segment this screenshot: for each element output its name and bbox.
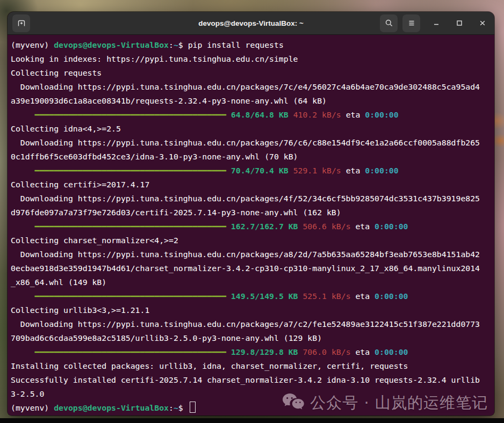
terminal-text-segment: (myvenv) [11,403,54,412]
terminal-line: 709bad6c6cdaa599e8a2c5185/urllib3-2.5.0-… [11,331,494,345]
terminal-text-segment: ~ [174,40,178,49]
terminal-text-segment: 70.4/70.4 KB [231,166,289,175]
terminal-text-segment [289,110,293,119]
terminal-text-segment: : [169,40,174,49]
terminal-text-segment: 0:00:00 [375,222,408,231]
terminal-line: ━━━━━━━━━━━━━━━━━━━━━━━━━━━━━━━━━━━━━━━━… [11,220,494,234]
terminal-text-segment [226,347,231,356]
terminal-text-segment: Installing collected packages: urllib3, … [11,361,408,370]
terminal-text-segment: 506.6 kB/s [303,222,350,231]
terminal-text-segment: Collecting charset_normalizer<4,>=2 [11,236,178,245]
terminal-line: Downloading https://pypi.tuna.tsinghua.e… [11,247,494,261]
terminal-line: Collecting urllib3<3,>=1.21.1 [11,303,494,317]
terminal-text-segment: Collecting requests [11,68,102,77]
terminal-text-segment: $ [178,40,188,49]
terminal-line: ━━━━━━━━━━━━━━━━━━━━━━━━━━━━━━━━━━━━━━━━… [11,345,494,359]
terminal-line: Successfully installed certifi-2025.7.14… [11,373,494,387]
terminal-text-segment [11,110,35,119]
terminal-text-segment: 0:00:00 [375,347,408,356]
terminal-text-segment: ━━━━━━━━━━━━━━━━━━━━━━━━━━━━━━━━━━━━━━━━ [35,291,226,301]
terminal-text-segment [226,291,231,301]
close-button[interactable] [476,16,489,30]
desktop-wallpaper: devops@devops-VirtualBox: ~ [0,0,504,423]
terminal-text-segment: $ [178,403,188,412]
new-tab-button[interactable] [12,14,30,32]
terminal-text-segment: d976fde097a7a73f79e726d03/certifi-2025.7… [11,208,341,217]
terminal-text-segment [11,291,35,301]
terminal-text-segment: ~ [174,403,178,412]
terminal-cursor [190,402,196,413]
terminal-text-segment [226,222,231,231]
terminal-line: Downloading https://pypi.tuna.tsinghua.e… [11,136,494,150]
close-icon [479,19,486,27]
maximize-icon [456,19,463,27]
terminal-text-segment: 0:00:00 [365,110,398,119]
terminal-line: ━━━━━━━━━━━━━━━━━━━━━━━━━━━━━━━━━━━━━━━━… [11,164,494,178]
terminal-line: a39e190093d6c1a8ace08341b/requests-2.32.… [11,94,494,108]
terminal-text-segment: 0c1dffb6f5ce603dfbd452ce3/idna-3.10-py3-… [11,152,298,161]
new-tab-icon [17,19,26,27]
terminal-text-segment: Collecting certifi>=2017.4.17 [11,180,149,189]
terminal-line: 3-2.5.0 [11,387,494,401]
terminal-text-segment: ━━━━━━━━━━━━━━━━━━━━━━━━━━━━━━━━━━━━━━━━ [35,166,226,175]
titlebar[interactable]: devops@devops-VirtualBox: ~ [8,12,494,35]
terminal-text-segment: Downloading https://pypi.tuna.tsinghua.e… [11,250,480,259]
terminal-text-segment: Downloading https://pypi.tuna.tsinghua.e… [11,82,480,91]
terminal-text-segment: ━━━━━━━━━━━━━━━━━━━━━━━━━━━━━━━━━━━━━━━━ [35,222,226,231]
terminal-text-segment: devops@devops-VirtualBox [54,40,169,49]
terminal-text-segment: 162.7/162.7 KB [231,222,298,231]
bottom-dark-strip [0,418,504,423]
terminal-text-segment: (myvenv) [11,40,54,49]
terminal-line: Collecting certifi>=2017.4.17 [11,178,494,192]
terminal-text-segment: _x86_64.whl (149 kB) [11,278,106,287]
terminal-line: (myvenv) devops@devops-VirtualBox:~$ [11,401,494,415]
search-icon [385,19,393,27]
terminal-line: _x86_64.whl (149 kB) [11,275,494,289]
terminal-text-segment: pip install requests [188,40,284,49]
terminal-text-segment: 0ecbae918d3e359d1947b4d61/charset_normal… [11,264,480,273]
terminal-line: Looking in indexes: https://pypi.tuna.ts… [11,52,494,66]
terminal-text-segment: : [169,403,174,412]
minimize-button[interactable] [429,16,443,30]
menu-button[interactable] [402,14,420,32]
hamburger-menu-icon [407,19,416,27]
terminal-line: d976fde097a7a73f79e726d03/certifi-2025.7… [11,206,494,220]
terminal-text-segment: 0:00:00 [375,291,408,301]
terminal-line: Downloading https://pypi.tuna.tsinghua.e… [11,192,494,206]
terminal-text-segment: 149.5/149.5 KB [231,291,298,301]
terminal-line: Installing collected packages: urllib3, … [11,359,494,373]
terminal-text-segment [289,166,293,175]
terminal-line: Downloading https://pypi.tuna.tsinghua.e… [11,80,494,94]
terminal-text-segment: 64.8/64.8 KB [231,110,289,119]
maximize-button[interactable] [452,16,466,30]
terminal-text-segment: 525.1 kB/s [303,291,350,301]
terminal-text-segment: Looking in indexes: https://pypi.tuna.ts… [11,54,298,63]
terminal-text-segment: a39e190093d6c1a8ace08341b/requests-2.32.… [11,96,327,105]
terminal-text-segment: Successfully installed certifi-2025.7.14… [11,375,480,384]
terminal-text-segment: 706.0 kB/s [303,347,350,356]
terminal-text-segment: eta [351,347,375,356]
terminal-text-segment: 529.1 kB/s [293,166,341,175]
terminal-text-segment: 3-2.5.0 [11,389,44,398]
terminal-line: Downloading https://pypi.tuna.tsinghua.e… [11,317,494,331]
terminal-text-segment: Collecting urllib3<3,>=1.21.1 [11,305,149,315]
terminal-output[interactable]: (myvenv) devops@devops-VirtualBox:~$ pip… [8,35,494,415]
terminal-text-segment [11,166,35,175]
terminal-text-segment [11,222,35,231]
terminal-text-segment [11,347,35,356]
terminal-text-segment: Collecting idna<4,>=2.5 [11,124,121,133]
terminal-text-segment: eta [351,291,375,301]
terminal-line: ━━━━━━━━━━━━━━━━━━━━━━━━━━━━━━━━━━━━━━━━… [11,108,494,122]
terminal-line: ━━━━━━━━━━━━━━━━━━━━━━━━━━━━━━━━━━━━━━━━… [11,289,494,303]
terminal-text-segment: eta [341,166,365,175]
terminal-text-segment: devops@devops-VirtualBox [54,403,169,412]
search-button[interactable] [380,14,398,32]
terminal-text-segment [226,166,231,175]
terminal-text-segment: Downloading https://pypi.tuna.tsinghua.e… [11,138,480,147]
terminal-text-segment: 129.8/129.8 KB [231,347,298,356]
terminal-text-segment: eta [341,110,365,119]
terminal-line: 0c1dffb6f5ce603dfbd452ce3/idna-3.10-py3-… [11,150,494,164]
terminal-text-segment: 709bad6c6cdaa599e8a2c5185/urllib3-2.5.0-… [11,333,322,342]
terminal-text-segment: 410.2 kB/s [293,110,341,119]
terminal-line: Collecting idna<4,>=2.5 [11,122,494,136]
